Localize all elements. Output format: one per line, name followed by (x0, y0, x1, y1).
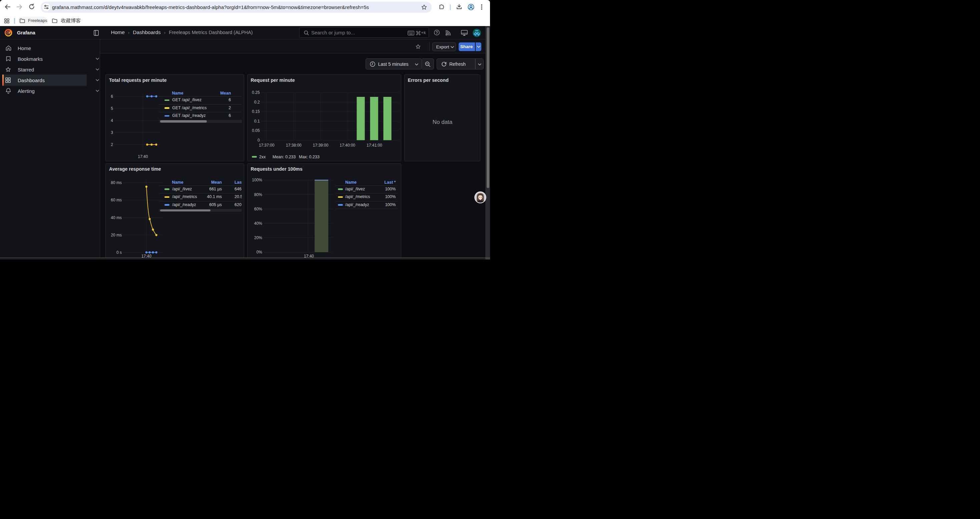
svg-text:4: 4 (111, 118, 113, 123)
svg-text:60 ms: 60 ms (111, 198, 122, 203)
svg-text:17:38:00: 17:38:00 (286, 143, 302, 148)
svg-text:17:41:00: 17:41:00 (367, 143, 382, 148)
svg-text:17:40: 17:40 (138, 154, 148, 159)
svg-text:0.15: 0.15 (252, 109, 260, 114)
svg-text:0%: 0% (256, 250, 262, 254)
svg-text:0.1: 0.1 (254, 119, 260, 124)
svg-text:0: 0 (258, 138, 260, 143)
svg-text:20%: 20% (254, 235, 262, 240)
svg-text:80%: 80% (254, 192, 262, 197)
svg-text:0 s: 0 s (116, 250, 122, 254)
svg-text:0.25: 0.25 (252, 90, 260, 95)
svg-text:0.05: 0.05 (252, 128, 260, 133)
svg-text:2: 2 (111, 142, 113, 147)
svg-text:40%: 40% (254, 221, 262, 225)
svg-text:0.2: 0.2 (254, 100, 260, 105)
svg-text:17:37:00: 17:37:00 (259, 143, 274, 148)
svg-text:17:40:00: 17:40:00 (340, 143, 355, 148)
svg-text:17:39:00: 17:39:00 (313, 143, 328, 148)
svg-text:100%: 100% (252, 178, 262, 182)
svg-text:5: 5 (111, 106, 113, 111)
svg-text:3: 3 (111, 130, 113, 135)
svg-text:80 ms: 80 ms (111, 180, 122, 185)
svg-text:40 ms: 40 ms (111, 215, 122, 220)
svg-text:6: 6 (111, 94, 113, 99)
svg-text:60%: 60% (254, 206, 262, 211)
svg-text:20 ms: 20 ms (111, 232, 122, 237)
